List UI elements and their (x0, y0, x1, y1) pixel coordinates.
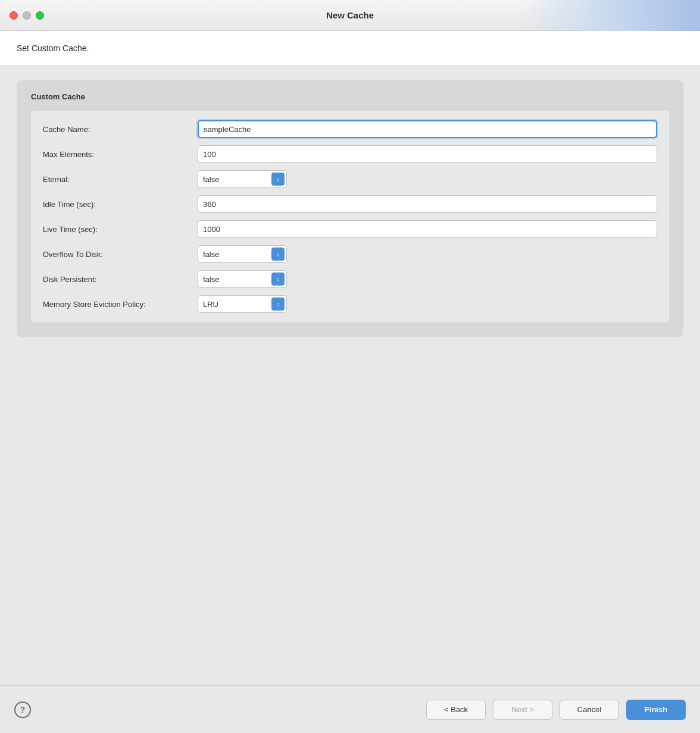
back-button[interactable]: < Back (426, 700, 486, 720)
eviction-policy-row: Memory Store Eviction Policy: LRU LFU FI… (43, 295, 657, 313)
maximize-button[interactable] (36, 11, 44, 20)
cancel-button[interactable]: Cancel (560, 700, 619, 720)
overflow-to-disk-select-wrapper: false true ↕ (198, 245, 287, 263)
cache-name-row: Cache Name: (43, 120, 657, 138)
subtitle-area: Set Custom Cache. (0, 31, 700, 66)
footer: ? < Back Next > Cancel Finish (0, 685, 700, 733)
eviction-policy-select-wrapper: LRU LFU FIFO ↕ (198, 295, 287, 313)
disk-persistent-label: Disk Persistent: (43, 275, 198, 284)
footer-right: < Back Next > Cancel Finish (426, 700, 686, 720)
help-button[interactable]: ? (14, 701, 31, 718)
overflow-to-disk-row: Overflow To Disk: false true ↕ (43, 245, 657, 263)
minimize-button[interactable] (23, 11, 31, 20)
max-elements-row: Max Elements: (43, 145, 657, 163)
disk-persistent-select[interactable]: false true (198, 270, 287, 288)
idle-time-input[interactable] (198, 195, 657, 213)
live-time-label: Live Time (sec): (43, 225, 198, 234)
live-time-row: Live Time (sec): (43, 220, 657, 238)
form-panel: Custom Cache Cache Name: Max Elements: E… (17, 80, 683, 337)
eviction-policy-label: Memory Store Eviction Policy: (43, 300, 198, 309)
cache-name-input[interactable] (198, 120, 657, 138)
window-title: New Cache (326, 10, 374, 20)
disk-persistent-row: Disk Persistent: false true ↕ (43, 270, 657, 288)
finish-button[interactable]: Finish (626, 700, 686, 720)
form-inner: Cache Name: Max Elements: Eternal: false… (31, 111, 669, 322)
cache-name-label: Cache Name: (43, 125, 198, 134)
max-elements-input[interactable] (198, 145, 657, 163)
close-button[interactable] (10, 11, 18, 20)
overflow-to-disk-label: Overflow To Disk: (43, 250, 198, 259)
eternal-select-wrapper: false true ↕ (198, 170, 287, 188)
footer-left: ? (14, 701, 426, 718)
window-controls (10, 11, 44, 20)
title-bar: New Cache (0, 0, 700, 31)
idle-time-label: Idle Time (sec): (43, 200, 198, 209)
disk-persistent-select-wrapper: false true ↕ (198, 270, 287, 288)
eternal-label: Eternal: (43, 175, 198, 184)
subtitle-text: Set Custom Cache. (17, 43, 89, 53)
idle-time-row: Idle Time (sec): (43, 195, 657, 213)
max-elements-label: Max Elements: (43, 150, 198, 159)
panel-title: Custom Cache (31, 92, 669, 101)
live-time-input[interactable] (198, 220, 657, 238)
overflow-to-disk-select[interactable]: false true (198, 245, 287, 263)
main-content: Custom Cache Cache Name: Max Elements: E… (0, 66, 700, 685)
eternal-row: Eternal: false true ↕ (43, 170, 657, 188)
eternal-select[interactable]: false true (198, 170, 287, 188)
next-button[interactable]: Next > (493, 700, 552, 720)
eviction-policy-select[interactable]: LRU LFU FIFO (198, 295, 287, 313)
